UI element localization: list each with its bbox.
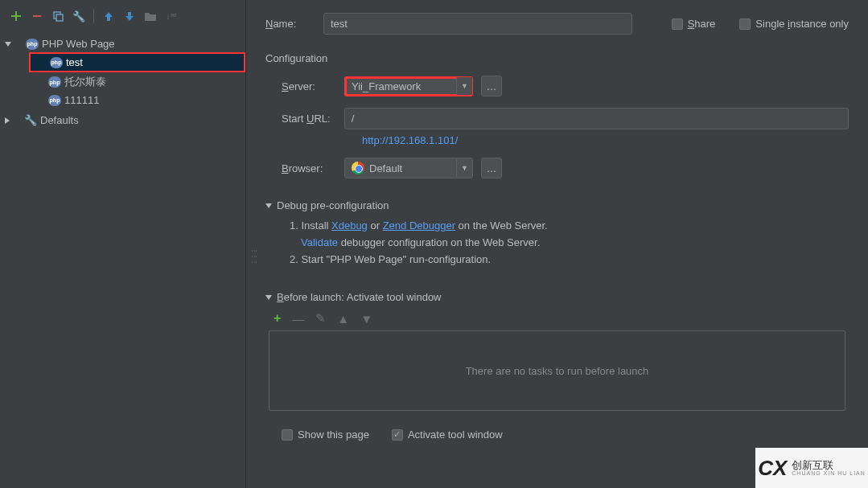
- remove-icon[interactable]: [31, 10, 43, 23]
- expand-icon: [5, 42, 11, 47]
- move-down-icon[interactable]: [123, 10, 136, 23]
- tree-defaults[interactable]: 🔧 Defaults: [0, 112, 245, 129]
- collapse-icon: [265, 295, 272, 300]
- server-select[interactable]: Yii_Framework ▼: [344, 76, 473, 96]
- watermark-logo: CX: [758, 456, 787, 481]
- show-this-page-label: Show this page: [298, 429, 369, 441]
- php-icon: php: [48, 76, 61, 88]
- share-label: Share: [688, 18, 716, 30]
- validate-link[interactable]: Validate: [301, 236, 338, 248]
- activate-tool-label: Activate tool window: [408, 429, 503, 441]
- zend-debugger-link[interactable]: Zend Debugger: [383, 219, 455, 232]
- tree-defaults-label: Defaults: [40, 114, 79, 126]
- browser-value: Default: [369, 162, 446, 174]
- before-launch-header[interactable]: Before launch: Activate tool window: [265, 291, 849, 303]
- server-more-button[interactable]: …: [481, 76, 502, 96]
- debug-validate-line: Validate debugger configuration on the W…: [301, 236, 849, 248]
- tree-item-label: test: [66, 56, 83, 68]
- move-task-up-icon[interactable]: ▲: [337, 312, 349, 326]
- debug-preconfig-title: Debug pre-configuration: [277, 199, 389, 211]
- watermark-sub: CHUANG XIN HU LIAN: [792, 470, 866, 476]
- config-toolbar: 🔧 ↓ᵃᶻ: [0, 0, 245, 32]
- browser-more-button[interactable]: …: [481, 158, 502, 178]
- single-instance-checkbox[interactable]: Single instance only: [739, 18, 849, 30]
- name-label: Name:: [265, 18, 314, 30]
- before-launch-toolbar: + — ✎ ▲ ▼: [274, 311, 849, 326]
- tree-item-test[interactable]: php test: [29, 52, 245, 72]
- settings-icon[interactable]: 🔧: [72, 10, 85, 23]
- svg-rect-1: [56, 14, 63, 21]
- collapse-icon: [265, 203, 272, 208]
- php-icon: php: [26, 39, 39, 50]
- chevron-down-icon: ▼: [456, 159, 472, 177]
- resolved-url: http://192.168.1.101/: [362, 134, 849, 146]
- single-instance-label: Single instance only: [755, 18, 849, 30]
- chrome-icon: [352, 162, 364, 174]
- tree-item-111111[interactable]: php 111111: [29, 92, 245, 109]
- checkbox-icon: [672, 18, 683, 30]
- move-task-down-icon[interactable]: ▼: [360, 312, 372, 326]
- no-tasks-text: There are no tasks to run before launch: [466, 365, 649, 377]
- watermark-brand: 创新互联: [792, 461, 866, 470]
- drag-handle-icon[interactable]: ⋮⋮⋮: [251, 248, 258, 265]
- expand-icon: [5, 117, 10, 124]
- debug-step-2: 2. Start "PHP Web Page" run-configuratio…: [290, 253, 849, 265]
- checkbox-icon: [282, 429, 293, 441]
- tasks-empty-box: There are no tasks to run before launch: [269, 330, 845, 411]
- copy-icon[interactable]: [51, 10, 64, 23]
- show-this-page-checkbox[interactable]: Show this page: [282, 429, 369, 441]
- tree-root-php-web-page[interactable]: php PHP Web Page: [0, 35, 245, 52]
- before-launch-title: Before launch: Activate tool window: [277, 291, 442, 303]
- folder-icon[interactable]: [144, 10, 157, 23]
- debug-step-1: 1. Install Xdebug or Zend Debugger on th…: [290, 219, 849, 232]
- php-icon: php: [48, 95, 61, 106]
- tree-root-label: PHP Web Page: [42, 38, 115, 50]
- start-url-input[interactable]: [344, 108, 849, 129]
- sort-icon[interactable]: ↓ᵃᶻ: [165, 10, 178, 23]
- tree-item-label: 托尔斯泰: [64, 75, 106, 89]
- start-url-label: Start URL:: [282, 113, 336, 125]
- add-task-icon[interactable]: +: [274, 311, 281, 326]
- xdebug-link[interactable]: Xdebug: [331, 219, 368, 232]
- chevron-down-icon: ▼: [456, 77, 472, 95]
- server-label: Server:: [282, 80, 336, 92]
- server-value: Yii_Framework: [352, 80, 446, 92]
- main-panel: Name: Share Single instance only Configu…: [246, 0, 868, 488]
- tree-item-label: 111111: [64, 94, 99, 106]
- remove-task-icon[interactable]: —: [292, 312, 304, 326]
- sidebar: 🔧 ↓ᵃᶻ php PHP Web Page php test php: [0, 0, 246, 488]
- separator: [93, 9, 94, 23]
- php-icon: php: [50, 57, 63, 68]
- name-input[interactable]: [323, 13, 632, 35]
- config-tree: php PHP Web Page php test php 托尔斯泰 php 1…: [0, 32, 245, 488]
- debug-preconfig-header[interactable]: Debug pre-configuration: [265, 199, 849, 211]
- checkbox-icon: [392, 429, 403, 441]
- browser-select[interactable]: Default ▼: [344, 158, 473, 178]
- checkbox-icon: [739, 18, 751, 30]
- move-up-icon[interactable]: [102, 10, 115, 23]
- share-checkbox[interactable]: Share: [672, 18, 716, 30]
- watermark: CX 创新互联 CHUANG XIN HU LIAN: [755, 448, 868, 488]
- tree-item-tolstoy[interactable]: php 托尔斯泰: [29, 72, 245, 92]
- edit-task-icon[interactable]: ✎: [315, 311, 326, 326]
- activate-tool-checkbox[interactable]: Activate tool window: [392, 429, 503, 441]
- debug-steps-list: 1. Install Xdebug or Zend Debugger on th…: [290, 219, 849, 270]
- configuration-title: Configuration: [265, 52, 849, 64]
- add-icon[interactable]: [10, 10, 23, 23]
- browser-label: Browser:: [282, 162, 336, 174]
- wrench-icon: 🔧: [24, 114, 37, 126]
